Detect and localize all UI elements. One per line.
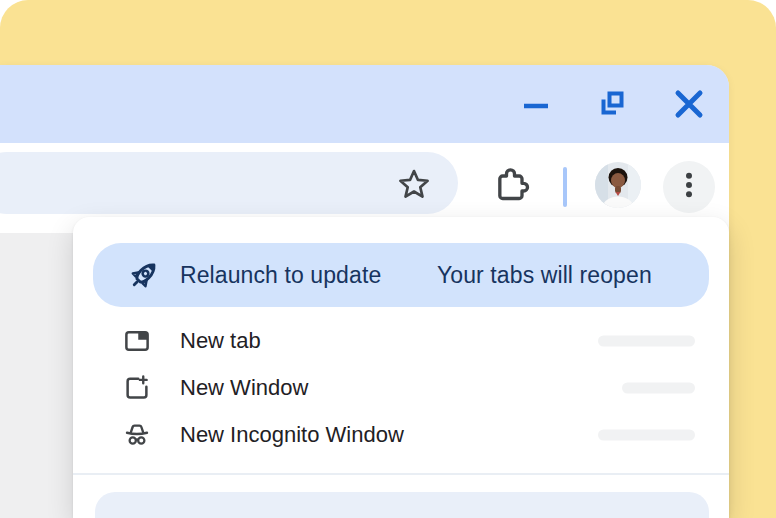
relaunch-to-update-banner[interactable]: Relaunch to update Your tabs will reopen bbox=[93, 243, 709, 307]
menu-section-divider bbox=[73, 473, 729, 475]
shortcut-placeholder bbox=[598, 429, 695, 440]
menu-item-new-tab[interactable]: New tab bbox=[73, 317, 729, 364]
browser-menu-button[interactable] bbox=[663, 161, 715, 213]
minimize-icon bbox=[521, 90, 549, 118]
new-window-icon bbox=[122, 373, 152, 403]
browser-menu-dropdown: Relaunch to update Your tabs will reopen… bbox=[73, 217, 729, 518]
relaunch-to-update-label: Relaunch to update bbox=[180, 243, 381, 307]
bookmark-button[interactable] bbox=[395, 166, 433, 208]
profile-avatar bbox=[595, 162, 641, 212]
menu-item-label: New Window bbox=[180, 364, 308, 411]
tabs-reopen-status: Your tabs will reopen bbox=[437, 243, 652, 307]
menu-item-label: New tab bbox=[180, 317, 261, 364]
menu-item-new-window[interactable]: New Window bbox=[73, 364, 729, 411]
new-tab-icon bbox=[122, 326, 152, 356]
address-bar[interactable] bbox=[0, 152, 458, 214]
shortcut-placeholder bbox=[598, 335, 695, 346]
incognito-icon bbox=[122, 420, 152, 450]
extensions-icon bbox=[491, 165, 531, 209]
menu-dots-icon bbox=[672, 168, 706, 206]
menu-item-new-incognito-window[interactable]: New Incognito Window bbox=[73, 411, 729, 458]
bookmark-star-icon bbox=[395, 166, 433, 208]
restore-icon bbox=[597, 89, 627, 119]
menu-next-section-placeholder bbox=[95, 492, 709, 518]
restore-button[interactable] bbox=[598, 90, 626, 118]
minimize-button[interactable] bbox=[521, 90, 549, 118]
menu-item-label: New Incognito Window bbox=[180, 411, 404, 458]
titlebar bbox=[0, 65, 729, 143]
toolbar-divider bbox=[563, 167, 567, 207]
profile-button[interactable] bbox=[595, 162, 641, 212]
yellow-card-background: Relaunch to update Your tabs will reopen… bbox=[0, 0, 776, 518]
close-icon bbox=[674, 89, 704, 119]
close-button[interactable] bbox=[675, 90, 703, 118]
extensions-button[interactable] bbox=[491, 165, 531, 209]
shortcut-placeholder bbox=[622, 382, 695, 393]
rocket-icon bbox=[126, 257, 162, 293]
